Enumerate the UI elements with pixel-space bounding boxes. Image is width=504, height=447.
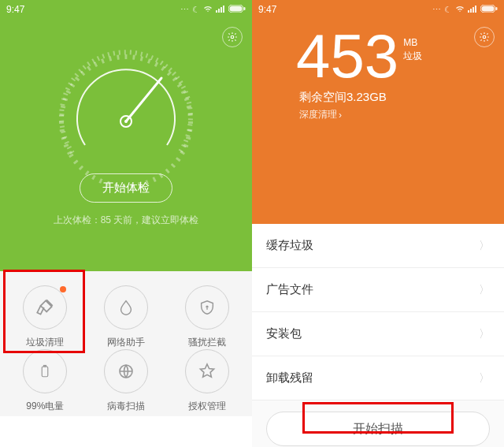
battery-icon — [480, 5, 498, 14]
cleaner-hero: 453 MB 垃圾 剩余空间3.23GB 深度清理 › — [252, 19, 504, 224]
last-check-text: 上次体检：85 天前，建议立即体检 — [54, 214, 199, 227]
svg-rect-18 — [472, 7, 474, 13]
scan-icon — [104, 349, 148, 393]
status-time: 9:47 — [6, 4, 24, 15]
svg-line-9 — [126, 78, 161, 121]
settings-button[interactable] — [222, 27, 243, 47]
chevron-right-icon: 〉 — [479, 327, 490, 341]
svg-point-7 — [231, 35, 234, 39]
status-time: 9:47 — [258, 4, 276, 15]
tool-permissions[interactable]: 授权管理 — [166, 349, 247, 413]
wifi-icon — [203, 5, 213, 14]
list-item-apk[interactable]: 安装包 〉 — [252, 312, 504, 356]
phone-cleaner: 9:47 ⋯ ☾ 453 MB 垃圾 剩余空间3.23G — [252, 0, 504, 447]
broom-icon — [23, 285, 67, 330]
trash-value: 453 — [296, 25, 398, 87]
gear-icon — [227, 32, 238, 43]
list-item-label: 卸载残留 — [266, 371, 313, 386]
start-scan-button[interactable]: 开始扫描 — [266, 412, 490, 446]
chevron-right-icon: 〉 — [479, 283, 490, 297]
shield-icon — [185, 285, 229, 330]
battery-icon — [23, 349, 67, 393]
tool-block-harass[interactable]: 骚扰拦截 — [166, 285, 247, 349]
svg-rect-2 — [220, 7, 222, 13]
svg-rect-0 — [216, 10, 217, 13]
tool-label: 病毒扫描 — [107, 400, 145, 413]
svg-rect-5 — [230, 6, 243, 12]
svg-rect-17 — [470, 9, 472, 13]
svg-rect-1 — [218, 9, 220, 13]
gear-icon — [479, 32, 490, 43]
notification-dot-icon — [60, 286, 66, 292]
deep-clean-label: 深度清理 — [299, 108, 337, 121]
deep-clean-link[interactable]: 深度清理 › — [299, 108, 342, 121]
scan-button-area: 开始扫描 — [252, 400, 504, 447]
status-icons: ⋯ ☾ — [180, 5, 246, 15]
svg-rect-21 — [482, 6, 495, 12]
tool-virus-scan[interactable]: 病毒扫描 — [86, 349, 167, 413]
svg-rect-19 — [475, 6, 476, 13]
tool-label: 骚扰拦截 — [188, 336, 226, 349]
moon-icon: ☾ — [444, 5, 452, 15]
chevron-right-icon: 〉 — [479, 239, 490, 253]
list-item-label: 缓存垃圾 — [266, 238, 313, 253]
list-item-ads[interactable]: 广告文件 〉 — [252, 268, 504, 312]
svg-point-8 — [47, 35, 205, 192]
free-space-text: 剩余空间3.23GB — [299, 90, 491, 105]
chevron-right-icon: 〉 — [479, 371, 490, 386]
status-bar: 9:47 ⋯ ☾ — [252, 0, 504, 19]
svg-rect-14 — [44, 366, 46, 367]
status-icons: ⋯ ☾ — [432, 5, 498, 15]
dots-icon: ⋯ — [180, 5, 189, 15]
tool-trash-clean[interactable]: 垃圾清理 — [5, 285, 86, 349]
cleanup-list: 缓存垃圾 〉 广告文件 〉 安装包 〉 卸载残留 〉 — [252, 224, 504, 400]
security-hero: 开始体检 上次体检：85 天前，建议立即体检 — [0, 19, 252, 271]
status-bar: 9:47 ⋯ ☾ — [0, 0, 252, 19]
svg-rect-3 — [223, 6, 224, 13]
svg-rect-6 — [244, 7, 246, 10]
tool-label: 垃圾清理 — [26, 336, 64, 349]
svg-rect-22 — [496, 7, 498, 10]
svg-point-23 — [483, 35, 486, 39]
list-item-label: 安装包 — [266, 326, 302, 341]
signal-icon — [216, 5, 225, 14]
svg-rect-13 — [43, 367, 49, 377]
trash-label: 垃圾 — [403, 50, 422, 63]
tool-network-assist[interactable]: 网络助手 — [86, 285, 167, 349]
tool-label: 99%电量 — [26, 400, 64, 413]
dots-icon: ⋯ — [432, 5, 441, 15]
gauge — [47, 35, 205, 192]
moon-icon: ☾ — [192, 5, 200, 15]
tool-label: 授权管理 — [188, 400, 226, 413]
list-item-residual[interactable]: 卸载残留 〉 — [252, 356, 504, 400]
list-item-cache[interactable]: 缓存垃圾 〉 — [252, 224, 504, 268]
trash-unit: MB — [403, 36, 422, 50]
svg-point-12 — [206, 306, 208, 307]
drop-icon — [104, 285, 148, 330]
tool-battery[interactable]: 99%电量 — [5, 349, 86, 413]
svg-rect-16 — [468, 10, 469, 13]
wifi-icon — [455, 5, 465, 14]
svg-point-11 — [124, 120, 128, 123]
signal-icon — [468, 5, 477, 14]
settings-button[interactable] — [474, 27, 495, 47]
star-icon — [185, 349, 229, 393]
phone-security-center: 9:47 ⋯ ☾ — [0, 0, 252, 447]
chevron-right-icon: › — [339, 110, 342, 121]
trash-amount: 453 MB 垃圾 — [296, 25, 491, 87]
tool-label: 网络助手 — [107, 336, 145, 349]
battery-icon — [228, 5, 246, 14]
list-item-label: 广告文件 — [266, 282, 313, 297]
tools-grid: 垃圾清理 网络助手 骚扰拦截 99%电量 病毒扫描 — [0, 271, 252, 416]
